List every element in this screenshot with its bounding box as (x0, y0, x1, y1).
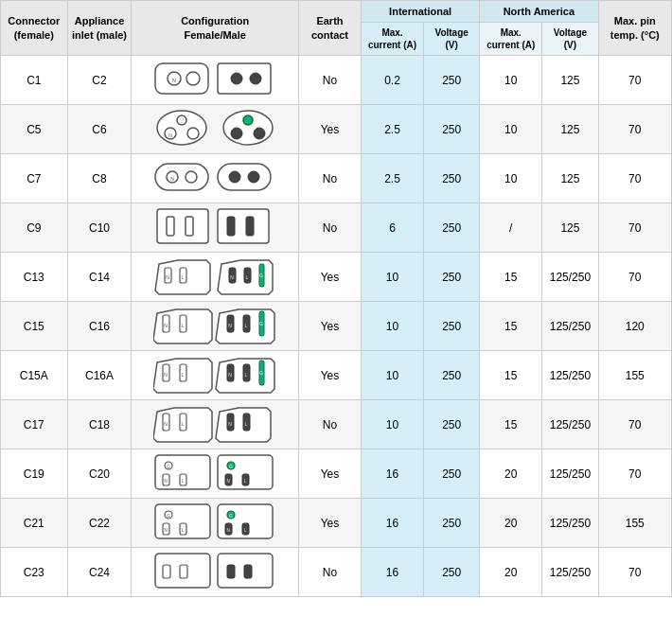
svg-rect-28 (246, 217, 254, 236)
appliance-cell: C16A (67, 351, 132, 400)
na-max-cell: 20 (480, 499, 542, 548)
config-cell: G N L G N L (132, 449, 299, 499)
maxpin-cell: 70 (598, 203, 672, 253)
svg-text:N: N (228, 372, 232, 378)
table-row: C7 C8 N No 2.5 250 10 125 70 (1, 154, 672, 203)
intl-volt-cell: 250 (424, 302, 480, 351)
svg-text:N: N (165, 528, 168, 533)
svg-text:L: L (182, 372, 185, 378)
svg-text:L: L (182, 421, 185, 427)
config-cell: N (132, 154, 299, 203)
na-volt-cell: 125 (542, 203, 598, 253)
appliance-cell: C22 (67, 499, 132, 548)
intl-max-cell: 0.2 (362, 56, 424, 105)
intl-max-cell: 2.5 (362, 105, 424, 154)
svg-text:N: N (170, 176, 174, 182)
maxpin-cell: 70 (598, 253, 672, 302)
svg-point-13 (231, 128, 242, 139)
na-max-cell: 10 (480, 154, 542, 203)
connector-cell: C17 (1, 400, 68, 449)
config-cell: G N L G N L (132, 499, 299, 548)
svg-text:G: G (259, 321, 263, 326)
appliance-cell: C20 (67, 449, 132, 499)
earth-cell: No (298, 203, 361, 253)
appliance-cell: C8 (67, 154, 132, 203)
svg-text:N: N (166, 274, 169, 280)
svg-text:G: G (229, 514, 233, 519)
svg-rect-26 (218, 209, 269, 243)
svg-rect-20 (218, 164, 271, 190)
earth-cell: Yes (298, 499, 361, 548)
svg-text:L: L (245, 421, 248, 427)
na-max-cell: 15 (480, 351, 542, 400)
config-cell (132, 203, 299, 253)
svg-text:N: N (227, 479, 230, 484)
svg-point-6 (250, 73, 261, 84)
connector-cell: C23 (1, 548, 68, 597)
svg-point-21 (229, 171, 240, 183)
header-config: ConfigurationFemale/Male (132, 1, 299, 56)
svg-text:L: L (246, 274, 249, 280)
appliance-cell: C6 (67, 105, 132, 154)
svg-rect-23 (157, 209, 208, 243)
svg-text:G: G (167, 514, 170, 519)
intl-volt-cell: 250 (424, 400, 480, 449)
svg-point-14 (254, 128, 265, 139)
connector-cell: C9 (1, 203, 68, 253)
svg-text:G: G (229, 465, 233, 469)
config-cell: N L N L G (132, 302, 299, 351)
intl-volt-cell: 250 (424, 56, 480, 105)
na-max-cell: / (480, 203, 542, 253)
svg-rect-96 (163, 565, 170, 578)
svg-text:L: L (245, 372, 248, 378)
intl-max-cell: 10 (362, 351, 424, 400)
na-max-cell: 10 (480, 56, 542, 105)
table-row: C9 C10 No 6 250 / 125 70 (1, 203, 672, 253)
intl-max-cell: 16 (362, 499, 424, 548)
appliance-cell: C14 (67, 253, 132, 302)
maxpin-cell: 70 (598, 105, 672, 154)
svg-text:N: N (228, 421, 232, 427)
na-volt-cell: 125/250 (542, 302, 598, 351)
earth-cell: No (298, 548, 361, 597)
appliance-cell: C24 (67, 548, 132, 597)
svg-text:G: G (259, 370, 263, 376)
svg-rect-100 (244, 565, 252, 578)
svg-text:G: G (259, 273, 263, 278)
na-max-cell: 15 (480, 302, 542, 351)
svg-rect-97 (180, 565, 187, 578)
svg-rect-24 (167, 217, 174, 236)
svg-text:N: N (164, 421, 168, 427)
header-na-volt: Voltage(V) (542, 23, 598, 56)
intl-max-cell: 10 (362, 253, 424, 302)
table-row: C1 C2 N No 0.2 250 10 125 70 (1, 56, 672, 105)
na-max-cell: 20 (480, 548, 542, 597)
intl-max-cell: 10 (362, 400, 424, 449)
header-north-america: North America (480, 1, 598, 23)
header-maxpin: Max. pintemp. (°C) (598, 1, 672, 56)
earth-cell: Yes (298, 302, 361, 351)
earth-cell: Yes (298, 105, 361, 154)
svg-point-15 (243, 115, 253, 125)
appliance-cell: C16 (67, 302, 132, 351)
config-cell: N (132, 56, 299, 105)
maxpin-cell: 155 (598, 351, 672, 400)
table-row: C13 C14 N L N L G Yes 10 250 15 125/250 … (1, 253, 672, 302)
intl-volt-cell: 250 (424, 203, 480, 253)
svg-rect-4 (218, 63, 271, 94)
svg-text:N: N (164, 323, 168, 328)
na-volt-cell: 125 (542, 154, 598, 203)
na-volt-cell: 125/250 (542, 351, 598, 400)
config-cell (132, 548, 299, 597)
header-earth: Earthcontact (298, 1, 361, 56)
intl-max-cell: 16 (362, 548, 424, 597)
svg-point-22 (248, 171, 259, 183)
earth-cell: Yes (298, 253, 361, 302)
table-row: C15A C16A N L N L G Yes 10 250 15 125/25… (1, 351, 672, 400)
intl-max-cell: 16 (362, 449, 424, 499)
maxpin-cell: 155 (598, 499, 672, 548)
config-cell: N (132, 105, 299, 154)
intl-volt-cell: 250 (424, 499, 480, 548)
svg-text:L: L (245, 323, 248, 328)
svg-text:G: G (167, 465, 170, 469)
